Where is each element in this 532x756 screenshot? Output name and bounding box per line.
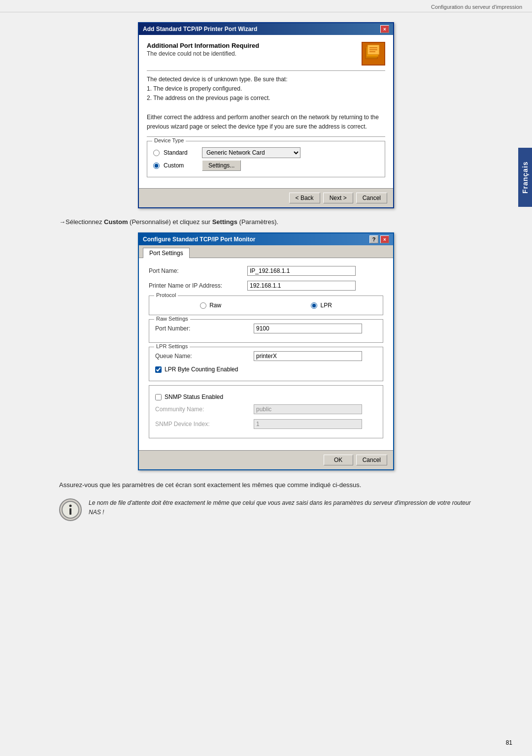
- wizard-message: The detected device is of unknown type. …: [147, 75, 385, 131]
- raw-option: Raw: [200, 302, 221, 309]
- port-number-label: Port Number:: [155, 325, 254, 332]
- wizard-cancel-button[interactable]: Cancel: [356, 193, 387, 203]
- settings-button[interactable]: Settings...: [202, 160, 241, 171]
- lpr-label: LPR: [320, 302, 332, 309]
- configure-titlebar: Configure Standard TCP/IP Port Monitor ?…: [139, 233, 393, 245]
- note-icon: [59, 498, 82, 521]
- printer-name-input[interactable]: [247, 281, 356, 291]
- printer-name-row: Printer Name or IP Address:: [149, 281, 383, 291]
- configure-title: Configure Standard TCP/IP Port Monitor: [143, 236, 255, 243]
- instruction-arrow: →Sélectionnez: [59, 218, 104, 226]
- wizard-body: Additional Port Information Required The…: [139, 35, 393, 188]
- snmp-status-label: SNMP Status Enabled: [165, 394, 223, 400]
- titlebar-buttons: ×: [380, 25, 389, 33]
- port-name-input[interactable]: [247, 266, 356, 276]
- separator-1: [147, 70, 385, 71]
- lpr-option: LPR: [311, 302, 332, 309]
- note-box: Le nom de file d'attente doit être exact…: [59, 498, 473, 521]
- queue-name-input[interactable]: [254, 351, 362, 361]
- raw-radio[interactable]: [200, 302, 206, 309]
- snmp-status-checkbox[interactable]: [155, 394, 162, 400]
- instruction-middle: (Personnalisé) et cliquez sur: [128, 218, 212, 226]
- lpr-byte-counting-label: LPR Byte Counting Enabled: [165, 366, 238, 373]
- queue-name-label: Queue Name:: [155, 353, 254, 360]
- community-name-input[interactable]: [254, 404, 362, 414]
- wizard-titlebar: Add Standard TCP/IP Printer Port Wizard …: [139, 23, 393, 35]
- custom-row: Custom Settings...: [153, 160, 379, 171]
- wizard-footer: < Back Next > Cancel: [139, 188, 393, 207]
- note-text: Le nom de file d'attente doit être exact…: [89, 498, 473, 517]
- snmp-device-index-input[interactable]: [254, 419, 362, 429]
- wizard-section-subtitle: The device could not be identified.: [147, 50, 259, 57]
- svg-point-7: [69, 504, 72, 507]
- configure-close-button[interactable]: ×: [380, 235, 389, 243]
- help-button[interactable]: ?: [369, 235, 378, 243]
- snmp-status-row: SNMP Status Enabled: [155, 394, 377, 400]
- instruction-custom-bold: Custom: [104, 218, 128, 226]
- device-type-dropdown[interactable]: Generic Network Card: [202, 147, 300, 158]
- ok-button[interactable]: OK: [324, 455, 353, 465]
- wizard-header-section: Additional Port Information Required The…: [147, 42, 385, 66]
- queue-name-row: Queue Name:: [155, 351, 377, 361]
- device-type-group: Device Type Standard Generic Network Car…: [147, 141, 385, 177]
- port-name-row: Port Name:: [149, 266, 383, 276]
- raw-settings-group: Raw Settings Port Number:: [149, 319, 383, 343]
- raw-settings-legend: Raw Settings: [154, 316, 190, 322]
- port-number-row: Port Number:: [155, 324, 377, 333]
- lpr-radio[interactable]: [311, 302, 317, 309]
- custom-radio[interactable]: [153, 163, 160, 169]
- wizard-header-text: Additional Port Information Required The…: [147, 42, 259, 57]
- protocol-legend: Protocol: [154, 292, 178, 298]
- custom-label: Custom: [164, 162, 198, 169]
- back-button[interactable]: < Back: [289, 193, 320, 203]
- printer-name-label: Printer Name or IP Address:: [149, 282, 247, 289]
- next-button[interactable]: Next >: [323, 193, 353, 203]
- lpr-settings-group: LPR Settings Queue Name: LPR Byte Counti…: [149, 347, 383, 381]
- wizard-close-button[interactable]: ×: [380, 25, 389, 33]
- protocol-row: Raw LPR: [155, 300, 377, 311]
- configure-titlebar-right: ? ×: [369, 235, 389, 243]
- wizard-dialog: Add Standard TCP/IP Printer Port Wizard …: [138, 22, 394, 208]
- instruction-end: (Paramètres).: [237, 218, 278, 226]
- port-number-input[interactable]: [254, 324, 362, 333]
- wizard-title: Add Standard TCP/IP Printer Port Wizard: [143, 26, 257, 33]
- snmp-device-index-label: SNMP Device Index:: [155, 421, 254, 427]
- raw-label: Raw: [209, 302, 221, 309]
- standard-row: Standard Generic Network Card: [153, 147, 379, 158]
- lpr-byte-counting-row: LPR Byte Counting Enabled: [155, 366, 377, 373]
- configure-cancel-button[interactable]: Cancel: [356, 455, 387, 465]
- wizard-icon: [362, 42, 385, 66]
- svg-rect-8: [69, 508, 71, 515]
- page-header: Configuration du serveur d'impression: [0, 0, 532, 12]
- separator-2: [147, 136, 385, 137]
- standard-label: Standard: [164, 149, 198, 156]
- tab-bar: Port Settings: [139, 245, 393, 258]
- protocol-group: Protocol Raw LPR: [149, 296, 383, 315]
- snmp-group: SNMP Status Enabled Community Name: SNMP…: [149, 385, 383, 438]
- configure-body: Port Name: Printer Name or IP Address: P…: [139, 258, 393, 450]
- port-name-label: Port Name:: [149, 267, 247, 274]
- bottom-note: Assurez-vous que les paramètres de cet é…: [59, 480, 473, 491]
- lpr-settings-legend: LPR Settings: [154, 343, 190, 349]
- configure-footer: OK Cancel: [139, 450, 393, 469]
- instruction-settings-bold: Settings: [212, 218, 237, 226]
- device-type-legend: Device Type: [152, 137, 186, 143]
- community-name-label: Community Name:: [155, 406, 254, 413]
- community-name-row: Community Name:: [155, 404, 377, 414]
- page-number: 81: [506, 739, 512, 746]
- wizard-section-title: Additional Port Information Required: [147, 42, 259, 49]
- instruction-text: →Sélectionnez Custom (Personnalisé) et c…: [59, 218, 502, 226]
- snmp-device-index-row: SNMP Device Index:: [155, 419, 377, 429]
- lpr-byte-counting-checkbox[interactable]: [155, 366, 162, 373]
- configure-dialog: Configure Standard TCP/IP Port Monitor ?…: [138, 232, 394, 470]
- standard-radio[interactable]: [153, 150, 160, 156]
- side-tab-francais: Français: [518, 148, 532, 207]
- port-settings-tab[interactable]: Port Settings: [143, 248, 190, 258]
